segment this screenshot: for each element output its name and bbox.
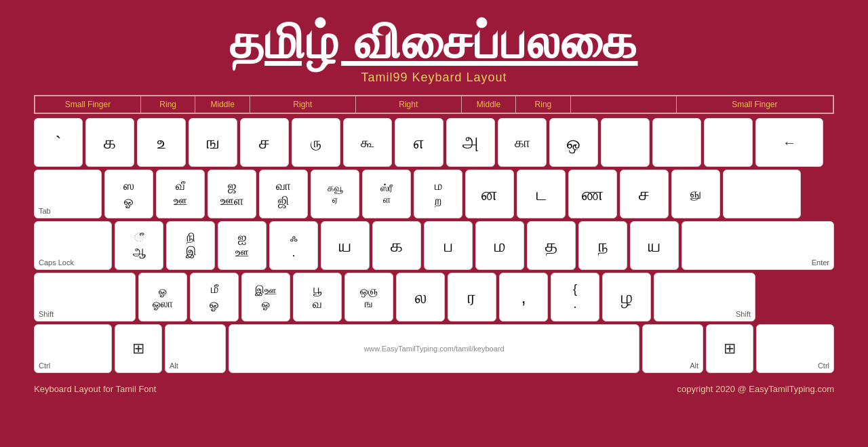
key-a[interactable]: அ [446, 118, 495, 167]
key-na[interactable]: ன [465, 170, 514, 218]
footer-right: copyright 2020 @ EasyTamilTyping.com [677, 384, 834, 394]
key-pa[interactable]: ப [424, 221, 473, 270]
key-ja[interactable]: ஜ ஊள [208, 170, 256, 218]
key-ni-i[interactable]: நி இ [166, 221, 215, 270]
key-so[interactable]: ஸ ஓ [104, 170, 153, 218]
footer: Keyboard Layout for Tamil Font copyright… [34, 384, 834, 394]
key-sree[interactable]: ஸ்ரீ ள [362, 170, 411, 218]
key-oo-ola[interactable]: ஓ ஓலா [138, 273, 187, 322]
key-o[interactable]: ஒ [549, 118, 598, 167]
key-empty3[interactable] [704, 118, 753, 167]
key-iu-oo[interactable]: இஊ ஓ [241, 273, 290, 322]
key-gru[interactable]: ஞு [671, 170, 720, 218]
key-vaa[interactable]: வா ஜி [259, 170, 308, 218]
key-da[interactable]: ட [517, 170, 566, 218]
key-caps-lock[interactable]: Caps Lock [34, 221, 112, 270]
key-win-right[interactable]: ⊞ [706, 324, 753, 373]
key-e[interactable]: எ [395, 118, 443, 167]
page-title-tamil: தமிழ் விசைப்பலகை [230, 14, 637, 71]
key-poo-va[interactable]: பூ வ [293, 273, 342, 322]
key-sa[interactable]: ச [620, 170, 669, 218]
fl-middle-r: Middle [462, 96, 516, 113]
key-u[interactable]: உ [137, 118, 186, 167]
key-ii-a[interactable]: ீ ஆ [115, 221, 163, 270]
key-period[interactable]: { . [551, 273, 599, 322]
key-mee-oo[interactable]: மீ ஓ [190, 273, 239, 322]
keyboard-container: Small Finger Ring Middle Right Right Mid… [34, 95, 834, 376]
fl-empty [571, 96, 677, 113]
row-bottom: Ctrl ⊞ Alt www.EasyTamilTyping.com/tamil… [34, 324, 834, 373]
footer-left: Keyboard Layout for Tamil Font [34, 384, 156, 394]
key-backspace[interactable]: ← [755, 118, 823, 167]
fl-small-finger-l: Small Finger [35, 96, 141, 113]
key-nga[interactable]: ங [189, 118, 237, 167]
key-ru[interactable]: ரு [292, 118, 340, 167]
key-ai-u[interactable]: ஐ ஊ [218, 221, 267, 270]
key-backtick[interactable]: ` [34, 118, 83, 167]
key-empty1[interactable] [601, 118, 650, 167]
key-alt-right[interactable]: Alt [642, 324, 703, 373]
fl-middle-l: Middle [195, 96, 250, 113]
key-tab[interactable]: Tab [34, 170, 102, 218]
key-zha[interactable]: ழ [602, 273, 651, 322]
row-qwerty: Tab ஸ ஓ வீ ஊ ஜ ஊள வா ஜி கவூ ஏ ஸ்ரீ ள ம ற… [34, 170, 834, 218]
key-la[interactable]: ல [396, 273, 445, 322]
key-shift-left[interactable]: Shift [34, 273, 136, 322]
row-number: ` க உ ங ச ரு கூ எ அ கா ஒ ← [34, 118, 834, 167]
key-ctrl-right[interactable]: Ctrl [756, 324, 834, 373]
key-alt-left[interactable]: Alt [165, 324, 226, 373]
key-enter-wide[interactable]: Enter [682, 221, 834, 270]
key-enter[interactable] [723, 170, 801, 218]
key-comma[interactable]: , [499, 273, 548, 322]
key-nha[interactable]: ந [578, 221, 627, 270]
key-ka[interactable]: க [372, 221, 421, 270]
fl-right-l: Right [250, 96, 356, 113]
key-ctrl-left[interactable]: Ctrl [34, 324, 112, 373]
key-vee[interactable]: வீ ஊ [156, 170, 205, 218]
key-tha[interactable]: த [527, 221, 576, 270]
key-koo[interactable]: கூ [343, 118, 392, 167]
key-space[interactable]: www.EasyTamilTyping.com/tamil/keyboard [229, 324, 639, 373]
key-shift-right[interactable]: Shift [654, 273, 755, 322]
key-empty2[interactable] [652, 118, 701, 167]
key-k[interactable]: க [85, 118, 134, 167]
key-kaa[interactable]: கா [498, 118, 547, 167]
space-label: www.EasyTamilTyping.com/tamil/keyboard [363, 345, 504, 353]
key-nna[interactable]: ண [568, 170, 617, 218]
row-shift: Shift ஓ ஓலா மீ ஓ இஊ ஓ பூ வ ஒஞ ங ல ர , { … [34, 273, 834, 322]
finger-labels-row: Small Finger Ring Middle Right Right Mid… [34, 95, 834, 114]
key-kvoo[interactable]: கவூ ஏ [311, 170, 359, 218]
fl-small-finger-r: Small Finger [677, 96, 833, 113]
key-enn-ng[interactable]: ஒஞ ங [344, 273, 393, 322]
key-cha[interactable]: ச [240, 118, 289, 167]
fl-ring-l: Ring [141, 96, 195, 113]
row-home: Caps Lock ீ ஆ நி இ ஐ ஊ ஃ . ய க ப ம த ந ய… [34, 221, 834, 270]
key-akh-dot[interactable]: ஃ . [269, 221, 318, 270]
key-ya[interactable]: ய [630, 221, 679, 270]
key-ye[interactable]: ய [321, 221, 370, 270]
fl-right-r: Right [356, 96, 462, 113]
key-ra[interactable]: ர [448, 273, 496, 322]
key-ma[interactable]: ம [475, 221, 524, 270]
fl-ring-r: Ring [516, 96, 570, 113]
key-mra[interactable]: ம ற [414, 170, 462, 218]
page-subtitle: Tamil99 Keybard Layout [361, 71, 507, 85]
key-win-left[interactable]: ⊞ [115, 324, 162, 373]
